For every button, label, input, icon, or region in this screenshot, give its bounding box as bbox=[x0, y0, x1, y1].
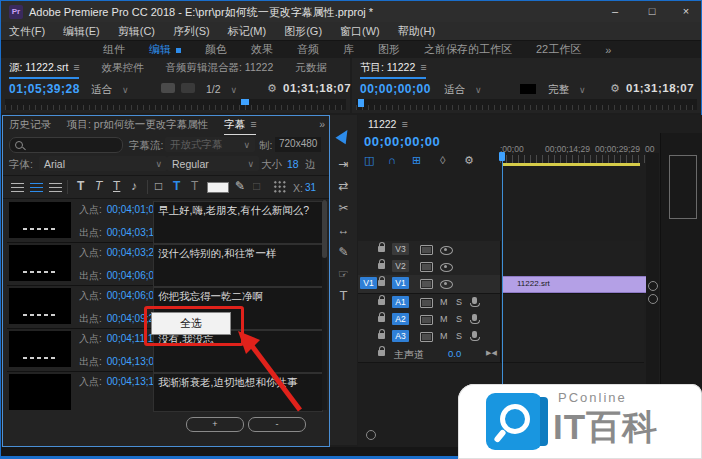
nest-sequence-icon[interactable]: ◫ bbox=[364, 154, 374, 167]
in-timecode[interactable]: 00;04;13;12 bbox=[107, 376, 160, 387]
lock-icon[interactable] bbox=[378, 246, 385, 252]
timeline-timecode[interactable]: 00;00;00;00 bbox=[364, 134, 440, 149]
pen-tool-icon[interactable]: ✎ bbox=[330, 243, 357, 263]
workspace-overflow-icon[interactable]: » bbox=[605, 44, 611, 56]
program-quality-dropdown[interactable]: 完整 bbox=[548, 83, 586, 97]
mute-button[interactable]: M bbox=[440, 314, 448, 324]
source-patch-v1[interactable]: V1 bbox=[360, 277, 377, 289]
ripple-edit-tool-icon[interactable]: ⇄ bbox=[330, 177, 357, 197]
caption-thumbnail[interactable] bbox=[9, 202, 71, 238]
track-lane[interactable] bbox=[500, 258, 644, 275]
program-playhead-handle[interactable] bbox=[358, 99, 364, 107]
slip-tool-icon[interactable]: ↔ bbox=[330, 221, 357, 241]
tab-program[interactable]: 节目: 11222 bbox=[360, 61, 426, 79]
program-scrubber[interactable] bbox=[356, 99, 697, 110]
track-output-icon[interactable] bbox=[420, 279, 433, 289]
lock-icon[interactable] bbox=[378, 350, 385, 356]
font-style-dropdown[interactable]: Regular bbox=[167, 156, 259, 171]
eye-icon[interactable] bbox=[440, 280, 453, 289]
track-output-icon[interactable] bbox=[420, 332, 433, 342]
in-timecode[interactable]: 00;04;06;06 bbox=[107, 290, 160, 301]
tab-effect-controls[interactable]: 效果控件 bbox=[101, 61, 143, 79]
track-lane[interactable] bbox=[500, 328, 644, 345]
shadow-color-button[interactable]: T bbox=[191, 179, 198, 194]
out-timecode[interactable]: 00;04;13;07 bbox=[107, 356, 160, 367]
track-a2-badge[interactable]: A2 bbox=[392, 313, 409, 325]
in-timecode[interactable]: 00;04;01;07 bbox=[107, 204, 160, 215]
scrollbar-handle[interactable] bbox=[648, 281, 658, 291]
menu-sequence[interactable]: 序列(S) bbox=[173, 24, 210, 39]
remove-caption-button[interactable]: - bbox=[248, 417, 306, 432]
scrollbar-handle[interactable] bbox=[648, 294, 658, 304]
track-v1-badge[interactable]: V1 bbox=[392, 277, 409, 289]
align-left-icon[interactable] bbox=[11, 183, 24, 192]
mute-button[interactable]: M bbox=[440, 331, 448, 341]
pos-x-value[interactable]: 31 bbox=[305, 182, 316, 193]
tab-audio-mixer[interactable]: 音频剪辑混合器: 11222 bbox=[165, 61, 273, 79]
settings-icon[interactable] bbox=[161, 83, 175, 93]
source-fit-dropdown[interactable]: 适合 bbox=[91, 83, 129, 97]
track-a1-badge[interactable]: A1 bbox=[392, 296, 409, 308]
track-v3-badge[interactable]: V3 bbox=[392, 243, 409, 255]
track-output-icon[interactable] bbox=[420, 315, 433, 325]
wrench-icon[interactable] bbox=[610, 82, 620, 95]
track-lane[interactable] bbox=[500, 311, 644, 328]
caption-thumbnail[interactable] bbox=[9, 245, 71, 281]
track-output-icon[interactable] bbox=[420, 245, 433, 255]
track-v2-badge[interactable]: V2 bbox=[392, 260, 409, 272]
add-caption-button[interactable]: + bbox=[186, 417, 244, 432]
eyedropper-icon[interactable]: ✎ bbox=[235, 179, 245, 194]
mic-icon[interactable] bbox=[472, 297, 477, 304]
menu-graphics[interactable]: 图形(G) bbox=[284, 24, 322, 39]
menu-marker[interactable]: 标记(M) bbox=[228, 24, 267, 39]
caption-row[interactable]: 入点:00;04;01;07 出点:00;04;03;16 早上好,嗨,老朋友,… bbox=[7, 199, 319, 243]
tab-source[interactable]: 源: 11222.srt bbox=[9, 61, 79, 79]
out-timecode[interactable]: 00;04;06;02 bbox=[107, 270, 160, 281]
program-timecode[interactable]: 00;00;00;00 bbox=[360, 82, 431, 96]
linked-selection-icon[interactable]: ⊞ bbox=[412, 154, 421, 167]
maximize-button[interactable]: □ bbox=[638, 3, 666, 20]
caption-row[interactable]: 入点:00;04;03;21 出点:00;04;06;02 没什么特别的,和往常… bbox=[7, 242, 319, 286]
out-timecode[interactable]: 00;04;03;16 bbox=[107, 227, 160, 238]
mixer-icon[interactable] bbox=[181, 83, 195, 93]
workspace-libraries[interactable]: 库 bbox=[343, 42, 354, 57]
caption-thumbnail[interactable] bbox=[9, 288, 71, 324]
caption-text[interactable]: 早上好,嗨,老朋友,有什么新闻么? bbox=[153, 201, 323, 244]
text-color-button[interactable]: T bbox=[173, 179, 180, 194]
size-value[interactable]: 18 bbox=[287, 158, 299, 170]
tab-metadata[interactable]: 元数据 bbox=[295, 61, 327, 79]
align-center-icon[interactable] bbox=[30, 183, 43, 192]
caption-clip[interactable]: 11222.srt bbox=[502, 276, 656, 293]
razor-tool-icon[interactable]: ✂ bbox=[330, 199, 357, 219]
marker-shield-icon[interactable]: ◊ bbox=[440, 154, 445, 166]
workspace-assembly[interactable]: 组件 bbox=[103, 42, 125, 57]
workspace-graphics[interactable]: 图形 bbox=[378, 42, 400, 57]
italic-button[interactable]: T bbox=[95, 179, 102, 194]
mic-icon[interactable] bbox=[472, 314, 477, 321]
selection-tool-icon[interactable] bbox=[335, 127, 352, 144]
track-output-icon[interactable] bbox=[420, 298, 433, 308]
work-area-bar[interactable] bbox=[502, 163, 640, 166]
wrench-icon[interactable] bbox=[267, 82, 277, 95]
source-scrub-handle[interactable] bbox=[241, 99, 249, 105]
workspace-effects[interactable]: 效果 bbox=[251, 42, 273, 57]
align-right-icon[interactable] bbox=[49, 183, 62, 192]
menu-clip[interactable]: 剪辑(C) bbox=[118, 24, 155, 39]
source-timecode[interactable]: 01;05;39;28 bbox=[9, 82, 80, 96]
program-fit-dropdown[interactable]: 适合 bbox=[444, 83, 482, 97]
solo-button[interactable]: S bbox=[456, 314, 462, 324]
horizontal-scroll-handle[interactable] bbox=[366, 430, 376, 440]
eye-icon[interactable] bbox=[440, 246, 453, 255]
color-swatch[interactable] bbox=[207, 182, 229, 193]
workspace-saved[interactable]: 之前保存的工作区 bbox=[424, 42, 512, 57]
track-lane[interactable] bbox=[500, 241, 644, 258]
timeline-ruler[interactable] bbox=[500, 155, 650, 163]
underline-button[interactable]: T bbox=[113, 179, 120, 194]
caption-thumbnail[interactable] bbox=[9, 331, 71, 367]
lock-icon[interactable] bbox=[378, 333, 385, 339]
caption-thumbnail[interactable] bbox=[9, 374, 71, 410]
in-timecode[interactable]: 00;04;03;21 bbox=[107, 247, 160, 258]
mic-icon[interactable] bbox=[472, 331, 477, 338]
solo-button[interactable]: S bbox=[456, 331, 462, 341]
zoom-box[interactable] bbox=[669, 155, 697, 219]
